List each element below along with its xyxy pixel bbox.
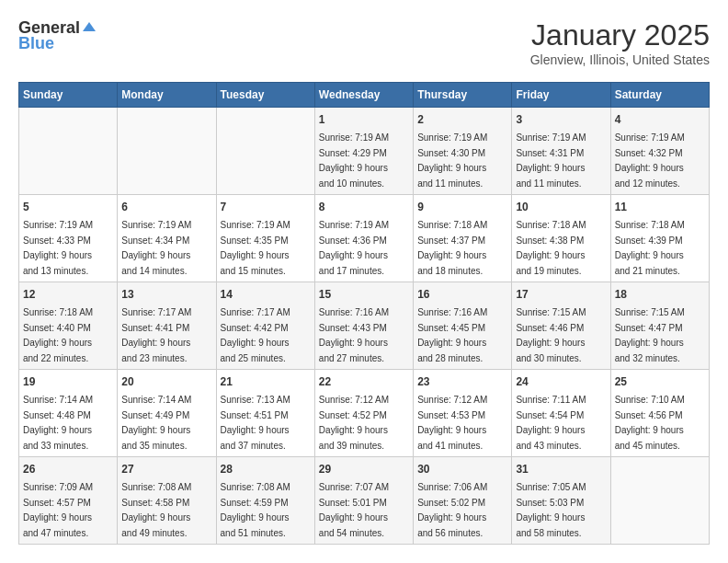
day-info: Sunrise: 7:17 AM Sunset: 4:41 PM Dayligh…: [121, 307, 191, 363]
day-number: 19: [23, 373, 113, 390]
day-number: 4: [615, 111, 705, 128]
day-number: 3: [516, 111, 606, 128]
day-number: 10: [516, 199, 606, 215]
day-cell: 16Sunrise: 7:16 AM Sunset: 4:45 PM Dayli…: [414, 282, 512, 370]
day-info: Sunrise: 7:18 AM Sunset: 4:40 PM Dayligh…: [23, 307, 93, 363]
day-cell: 7Sunrise: 7:19 AM Sunset: 4:35 PM Daylig…: [216, 195, 314, 282]
day-number: 27: [121, 461, 211, 477]
day-info: Sunrise: 7:11 AM Sunset: 4:54 PM Dayligh…: [516, 395, 586, 451]
day-info: Sunrise: 7:19 AM Sunset: 4:35 PM Dayligh…: [221, 220, 290, 276]
day-header-saturday: Saturday: [610, 83, 709, 108]
day-info: Sunrise: 7:08 AM Sunset: 4:58 PM Dayligh…: [121, 482, 191, 538]
day-number: 21: [221, 373, 311, 390]
logo-blue: Blue: [18, 34, 54, 53]
day-info: Sunrise: 7:18 AM Sunset: 4:37 PM Dayligh…: [417, 220, 487, 276]
day-number: 1: [319, 111, 409, 128]
day-number: 14: [221, 286, 311, 303]
day-number: 23: [417, 373, 507, 390]
day-number: 6: [121, 199, 211, 215]
day-cell: 22Sunrise: 7:12 AM Sunset: 4:52 PM Dayli…: [314, 370, 413, 457]
day-info: Sunrise: 7:06 AM Sunset: 5:02 PM Dayligh…: [417, 482, 487, 538]
day-cell: 23Sunrise: 7:12 AM Sunset: 4:53 PM Dayli…: [414, 370, 512, 457]
header: General Blue January 2025 Glenview, Illi…: [18, 18, 710, 67]
calendar-subtitle: Glenview, Illinois, United States: [530, 52, 710, 67]
day-cell: 6Sunrise: 7:19 AM Sunset: 4:34 PM Daylig…: [118, 195, 216, 282]
day-info: Sunrise: 7:19 AM Sunset: 4:29 PM Dayligh…: [319, 132, 389, 189]
day-header-sunday: Sunday: [19, 83, 118, 108]
day-number: 30: [417, 461, 507, 477]
day-cell: 21Sunrise: 7:13 AM Sunset: 4:51 PM Dayli…: [216, 370, 314, 457]
week-row-3: 12Sunrise: 7:18 AM Sunset: 4:40 PM Dayli…: [19, 282, 710, 370]
day-info: Sunrise: 7:18 AM Sunset: 4:38 PM Dayligh…: [516, 220, 586, 276]
day-cell: 31Sunrise: 7:05 AM Sunset: 5:03 PM Dayli…: [512, 457, 610, 545]
day-cell: 10Sunrise: 7:18 AM Sunset: 4:38 PM Dayli…: [512, 195, 610, 282]
day-number: 11: [615, 199, 705, 215]
days-header-row: SundayMondayTuesdayWednesdayThursdayFrid…: [19, 83, 710, 108]
day-info: Sunrise: 7:19 AM Sunset: 4:34 PM Dayligh…: [121, 220, 191, 276]
day-info: Sunrise: 7:12 AM Sunset: 4:53 PM Dayligh…: [417, 395, 487, 451]
day-cell: [216, 108, 314, 195]
day-cell: 26Sunrise: 7:09 AM Sunset: 4:57 PM Dayli…: [19, 457, 118, 545]
day-header-thursday: Thursday: [414, 83, 512, 108]
day-cell: 4Sunrise: 7:19 AM Sunset: 4:32 PM Daylig…: [610, 108, 709, 195]
day-info: Sunrise: 7:15 AM Sunset: 4:47 PM Dayligh…: [615, 307, 685, 363]
day-cell: 14Sunrise: 7:17 AM Sunset: 4:42 PM Dayli…: [216, 282, 314, 370]
day-cell: 15Sunrise: 7:16 AM Sunset: 4:43 PM Dayli…: [314, 282, 413, 370]
day-number: 16: [417, 286, 507, 303]
day-cell: 13Sunrise: 7:17 AM Sunset: 4:41 PM Dayli…: [118, 282, 216, 370]
day-number: 15: [319, 286, 409, 303]
day-info: Sunrise: 7:12 AM Sunset: 4:52 PM Dayligh…: [319, 395, 389, 451]
day-header-tuesday: Tuesday: [216, 83, 314, 108]
day-number: 13: [121, 286, 211, 303]
day-info: Sunrise: 7:14 AM Sunset: 4:48 PM Dayligh…: [23, 395, 93, 451]
day-info: Sunrise: 7:08 AM Sunset: 4:59 PM Dayligh…: [221, 482, 290, 538]
day-cell: 18Sunrise: 7:15 AM Sunset: 4:47 PM Dayli…: [610, 282, 709, 370]
day-header-monday: Monday: [118, 83, 216, 108]
day-number: 25: [615, 373, 705, 390]
day-info: Sunrise: 7:19 AM Sunset: 4:32 PM Dayligh…: [615, 132, 685, 189]
day-cell: 28Sunrise: 7:08 AM Sunset: 4:59 PM Dayli…: [216, 457, 314, 545]
day-cell: 2Sunrise: 7:19 AM Sunset: 4:30 PM Daylig…: [414, 108, 512, 195]
day-info: Sunrise: 7:19 AM Sunset: 4:31 PM Dayligh…: [516, 132, 586, 189]
day-cell: [19, 108, 118, 195]
day-cell: [610, 457, 709, 545]
day-cell: 30Sunrise: 7:06 AM Sunset: 5:02 PM Dayli…: [414, 457, 512, 545]
day-number: 7: [221, 199, 311, 215]
week-row-5: 26Sunrise: 7:09 AM Sunset: 4:57 PM Dayli…: [19, 457, 710, 545]
title-area: January 2025 Glenview, Illinois, United …: [530, 18, 710, 67]
day-header-wednesday: Wednesday: [314, 83, 413, 108]
day-number: 18: [615, 286, 705, 303]
day-cell: 27Sunrise: 7:08 AM Sunset: 4:58 PM Dayli…: [118, 457, 216, 545]
logo: General Blue: [18, 18, 96, 53]
week-row-4: 19Sunrise: 7:14 AM Sunset: 4:48 PM Dayli…: [19, 370, 710, 457]
day-number: 28: [221, 461, 311, 477]
day-info: Sunrise: 7:19 AM Sunset: 4:33 PM Dayligh…: [23, 220, 93, 276]
day-cell: 19Sunrise: 7:14 AM Sunset: 4:48 PM Dayli…: [19, 370, 118, 457]
day-info: Sunrise: 7:15 AM Sunset: 4:46 PM Dayligh…: [516, 307, 586, 363]
day-cell: 1Sunrise: 7:19 AM Sunset: 4:29 PM Daylig…: [314, 108, 413, 195]
day-number: 26: [23, 461, 113, 477]
day-number: 20: [121, 373, 211, 390]
day-cell: 11Sunrise: 7:18 AM Sunset: 4:39 PM Dayli…: [610, 195, 709, 282]
day-number: 29: [319, 461, 409, 477]
logo-triangle-icon: [83, 22, 96, 31]
day-cell: [118, 108, 216, 195]
day-cell: 9Sunrise: 7:18 AM Sunset: 4:37 PM Daylig…: [414, 195, 512, 282]
day-cell: 8Sunrise: 7:19 AM Sunset: 4:36 PM Daylig…: [314, 195, 413, 282]
day-info: Sunrise: 7:10 AM Sunset: 4:56 PM Dayligh…: [615, 395, 685, 451]
calendar-table: SundayMondayTuesdayWednesdayThursdayFrid…: [18, 82, 710, 545]
day-info: Sunrise: 7:19 AM Sunset: 4:36 PM Dayligh…: [319, 220, 389, 276]
week-row-2: 5Sunrise: 7:19 AM Sunset: 4:33 PM Daylig…: [19, 195, 710, 282]
day-info: Sunrise: 7:07 AM Sunset: 5:01 PM Dayligh…: [319, 482, 389, 538]
week-row-1: 1Sunrise: 7:19 AM Sunset: 4:29 PM Daylig…: [19, 108, 710, 195]
day-cell: 25Sunrise: 7:10 AM Sunset: 4:56 PM Dayli…: [610, 370, 709, 457]
day-info: Sunrise: 7:16 AM Sunset: 4:45 PM Dayligh…: [417, 307, 487, 363]
day-info: Sunrise: 7:05 AM Sunset: 5:03 PM Dayligh…: [516, 482, 586, 538]
day-number: 9: [417, 199, 507, 215]
day-number: 22: [319, 373, 409, 390]
day-number: 31: [516, 461, 606, 477]
day-info: Sunrise: 7:17 AM Sunset: 4:42 PM Dayligh…: [221, 307, 290, 363]
day-cell: 29Sunrise: 7:07 AM Sunset: 5:01 PM Dayli…: [314, 457, 413, 545]
day-cell: 17Sunrise: 7:15 AM Sunset: 4:46 PM Dayli…: [512, 282, 610, 370]
day-info: Sunrise: 7:09 AM Sunset: 4:57 PM Dayligh…: [23, 482, 93, 538]
